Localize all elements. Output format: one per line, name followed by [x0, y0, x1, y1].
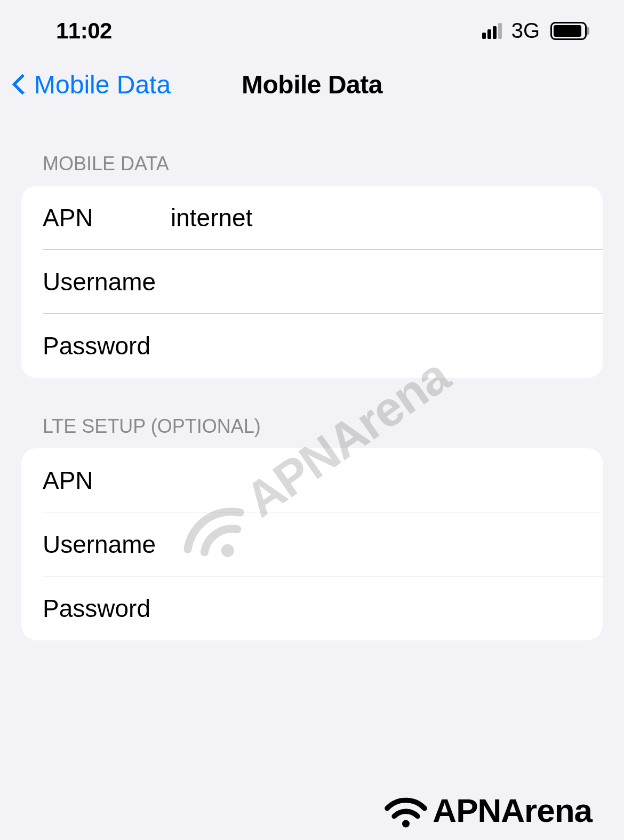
table-group-mobile-data: APN Username Password: [21, 186, 603, 378]
row-lte-password[interactable]: Password: [21, 576, 603, 640]
input-password[interactable]: [171, 331, 581, 360]
row-mobile-username[interactable]: Username: [21, 250, 603, 314]
back-button[interactable]: Mobile Data: [11, 69, 171, 99]
network-type: 3G: [511, 19, 540, 43]
input-lte-apn[interactable]: [171, 466, 581, 495]
row-mobile-apn[interactable]: APN: [21, 186, 603, 250]
label-username: Username: [43, 267, 171, 296]
label-password: Password: [43, 331, 171, 360]
back-label: Mobile Data: [34, 70, 171, 99]
table-group-lte: APN Username Password: [21, 448, 603, 640]
row-mobile-password[interactable]: Password: [21, 314, 603, 378]
nav-bar: Mobile Data Mobile Data: [0, 53, 624, 115]
status-indicators: 3G: [482, 19, 587, 43]
input-lte-username[interactable]: [171, 530, 581, 559]
input-username[interactable]: [171, 267, 581, 296]
row-lte-username[interactable]: Username: [21, 512, 603, 576]
section-header-mobile-data: MOBILE DATA: [43, 153, 603, 175]
row-lte-apn[interactable]: APN: [21, 448, 603, 512]
svg-point-1: [402, 820, 410, 827]
status-time: 11:02: [56, 18, 112, 44]
label-lte-username: Username: [43, 530, 171, 559]
label-apn: APN: [43, 203, 171, 232]
section-lte-setup: LTE SETUP (OPTIONAL) APN Username Passwo…: [0, 415, 624, 640]
input-lte-password[interactable]: [171, 594, 581, 623]
wifi-icon: [382, 792, 430, 829]
label-lte-apn: APN: [43, 466, 171, 495]
chevron-left-icon: [11, 69, 30, 99]
section-mobile-data: MOBILE DATA APN Username Password: [0, 153, 624, 378]
page-title: Mobile Data: [242, 70, 382, 99]
input-apn[interactable]: [171, 203, 581, 232]
battery-icon: [550, 22, 587, 40]
status-bar: 11:02 3G: [0, 0, 624, 53]
section-header-lte: LTE SETUP (OPTIONAL): [43, 415, 603, 438]
logo-text: APNArena: [433, 791, 592, 829]
label-lte-password: Password: [43, 594, 171, 623]
signal-icon: [482, 23, 502, 39]
bottom-logo: APNArena: [382, 791, 592, 829]
